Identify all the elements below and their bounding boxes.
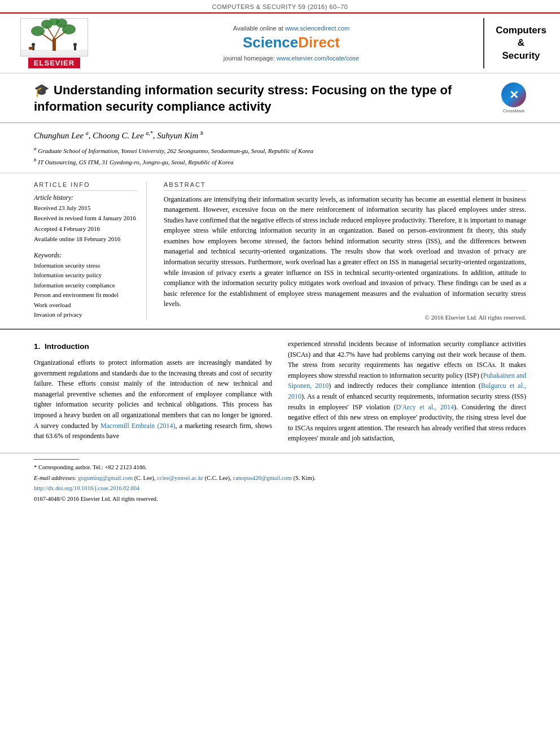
authors-section: Chunghun Lee a, Choong C. Lee a,*, Suhyu… <box>0 123 560 173</box>
abstract-col: ABSTRACT Organizations are intensifying … <box>164 181 526 321</box>
copyright-line: © 2016 Elsevier Ltd. All rights reserved… <box>164 314 526 321</box>
keywords-label: Keywords: <box>34 252 137 259</box>
elsevier-logo: ELSEVIER <box>20 18 88 68</box>
issn-footnote: 0167-4048/© 2016 Elsevier Ltd. All right… <box>34 495 526 504</box>
svg-point-6 <box>31 26 45 36</box>
sciencedirect-url[interactable]: www.sciencedirect.com <box>285 25 349 32</box>
article-title-section: 🎓Understanding information security stre… <box>0 73 560 123</box>
article-history-label: Article history: <box>34 194 137 201</box>
journal-title-box: Computers & Security <box>483 18 551 68</box>
section-title: Introduction <box>45 342 89 351</box>
journal-homepage-url[interactable]: www.elsevier.com/locate/cose <box>277 55 359 62</box>
journal-citation: COMPUTERS & SECURITY 59 (2016) 60–70 <box>212 3 348 10</box>
svg-rect-14 <box>74 46 76 50</box>
article-title-content: 🎓Understanding information security stre… <box>34 82 490 117</box>
abstract-header: ABSTRACT <box>164 181 526 191</box>
crossmark-x-icon: ✕ <box>509 88 519 102</box>
intro-col1-para1: Organizational efforts to protect inform… <box>34 357 272 442</box>
intro-col2-para1: experienced stressful incidents because … <box>288 339 526 444</box>
article-info-abstract-section: ARTICLE INFO Article history: Received 2… <box>0 173 560 330</box>
body-col-right: experienced stressful incidents because … <box>288 339 526 447</box>
svg-point-11 <box>32 43 35 46</box>
footnote-section: * Corresponding author. Tel.: +82 2 2123… <box>0 453 560 511</box>
affiliations: a Graduate School of Information, Yonsei… <box>34 145 526 167</box>
publisher-logo-area: ELSEVIER <box>9 18 99 68</box>
crossmark-badge[interactable]: ✕ CrossMark <box>501 82 526 113</box>
revised-date: Received in revised form 4 January 2016 <box>34 213 137 223</box>
intro-heading: 1. Introduction <box>34 341 272 353</box>
abstract-text: Organizations are intensifying their inf… <box>164 194 526 310</box>
email-s-kim[interactable]: canopus420@gmail.com <box>233 475 292 481</box>
svg-point-10 <box>62 24 76 34</box>
svg-point-13 <box>73 43 77 46</box>
header-center-info: Available online at www.sciencedirect.co… <box>99 18 483 68</box>
crossmark-label: CrossMark <box>503 108 525 113</box>
elsevier-name-label: ELSEVIER <box>28 58 80 68</box>
affil-a: a Graduate School of Information, Yonsei… <box>34 145 526 155</box>
received-date: Received 23 July 2015 <box>34 203 137 213</box>
available-online-date: Available online 18 February 2016 <box>34 234 137 244</box>
keyword-1: Information security stress <box>34 261 137 271</box>
available-online-text: Available online at www.sciencedirect.co… <box>233 25 349 32</box>
journal-header: ELSEVIER Available online at www.science… <box>0 12 560 73</box>
article-main-title: 🎓Understanding information security stre… <box>34 82 490 115</box>
section-number: 1. <box>34 342 40 351</box>
crossmark-circle: ✕ <box>501 82 526 107</box>
journal-title-text: Computers & Security <box>496 24 546 62</box>
footnote-divider <box>34 459 79 460</box>
darcy-ref[interactable]: D'Arcy et al., 2014 <box>396 403 454 411</box>
keywords-section: Keywords: Information security stress In… <box>34 252 137 321</box>
doi-footnote: http://dx.doi.org/10.1016/j.cose.2016.02… <box>34 484 526 493</box>
doi-link[interactable]: http://dx.doi.org/10.1016/j.cose.2016.02… <box>34 485 139 491</box>
corresponding-author: * Corresponding author. Tel.: +82 2 2123… <box>34 463 526 472</box>
affil-b: b IT Outsourcing, GS ITM, 31 Gyedong-ro,… <box>34 156 526 167</box>
keyword-3: Information security compliance <box>34 281 137 291</box>
keyword-2: Information security policy <box>34 270 137 281</box>
body-section: 1. Introduction Organizational efforts t… <box>0 330 560 447</box>
macromill-ref[interactable]: Macromill Embrain (2014) <box>100 422 175 430</box>
email-c-lee[interactable]: goguming@gmail.com <box>78 475 133 481</box>
authors-line: Chunghun Lee a, Choong C. Lee a,*, Suhyu… <box>34 130 526 141</box>
journal-topbar: COMPUTERS & SECURITY 59 (2016) 60–70 <box>0 0 560 12</box>
article-info-header: ARTICLE INFO <box>34 181 137 191</box>
journal-homepage-text: journal homepage: www.elsevier.com/locat… <box>224 55 359 62</box>
elsevier-tree-image <box>20 18 88 56</box>
body-two-col: 1. Introduction Organizational efforts t… <box>34 339 526 447</box>
body-col-left: 1. Introduction Organizational efforts t… <box>34 339 272 447</box>
mortarboard-icon: 🎓 <box>34 82 49 99</box>
article-info-col: ARTICLE INFO Article history: Received 2… <box>34 181 147 321</box>
svg-rect-15 <box>29 47 33 50</box>
keyword-5: Work overload <box>34 300 137 311</box>
sciencedirect-logo: ScienceDirect <box>243 34 340 51</box>
keyword-6: Invasion of privacy <box>34 310 137 320</box>
keyword-4: Person and environment fit model <box>34 290 137 300</box>
accepted-date: Accepted 4 February 2016 <box>34 224 137 234</box>
email-cc-lee[interactable]: cclee@yonsei.ac.kr <box>157 475 203 481</box>
email-footnote: E-mail addresses: goguming@gmail.com (C.… <box>34 474 526 483</box>
svg-rect-1 <box>53 38 56 51</box>
